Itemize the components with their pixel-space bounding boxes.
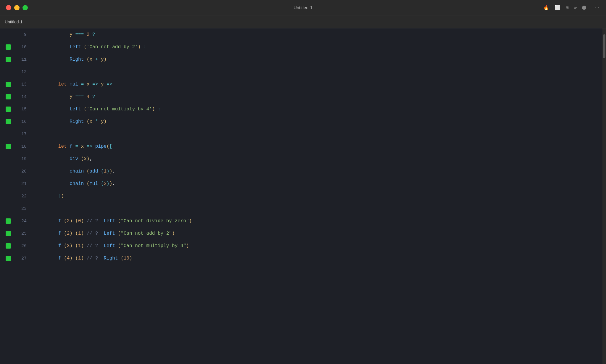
dot-27 [0, 256, 16, 261]
coverage-dot-25 [6, 231, 11, 236]
code-22: ]) [33, 188, 606, 204]
coverage-dot-16 [6, 119, 11, 124]
coverage-dot-24 [6, 218, 11, 224]
linenum-25: 25 [16, 231, 33, 236]
dot-14 [0, 94, 16, 99]
linenum-17: 17 [16, 132, 33, 137]
linenum-20: 20 [16, 169, 33, 174]
linenum-13: 13 [16, 82, 33, 87]
code-area[interactable]: 9 y === 2 ? 10 Left ('Can not add by 2')… [0, 28, 606, 364]
dot-13 [0, 82, 16, 87]
linenum-9: 9 [16, 32, 33, 37]
code-11: Right (x + y) [33, 51, 606, 67]
linenum-21: 21 [16, 181, 33, 186]
dot-15 [0, 107, 16, 112]
coverage-dot-26 [6, 243, 11, 249]
linenum-23: 23 [16, 206, 33, 211]
dot-26 [0, 243, 16, 249]
linenum-16: 16 [16, 119, 33, 124]
coverage-dot-13 [6, 82, 11, 87]
traffic-lights [6, 5, 28, 10]
tab-label[interactable]: Untitled-1 [5, 20, 22, 24]
linenum-11: 11 [16, 57, 33, 62]
dot-18 [0, 144, 16, 149]
linenum-12: 12 [16, 70, 33, 75]
scrollbar-thumb[interactable] [603, 34, 605, 58]
grid-icon[interactable]: ⊞ [566, 5, 569, 11]
line-16: 16 Right (x * y) [0, 115, 606, 128]
linenum-27: 27 [16, 256, 33, 261]
dot-16 [0, 119, 16, 124]
minimize-button[interactable] [14, 5, 20, 10]
dot-25 [0, 231, 16, 236]
layout-icon[interactable]: ⬜ [555, 5, 560, 11]
title-bar: Untitled-1 🔥 ⬜ ⊞ ▱ ··· [0, 0, 606, 15]
line-22: 22 ]) [0, 190, 606, 202]
linenum-18: 18 [16, 144, 33, 149]
linenum-26: 26 [16, 244, 33, 249]
line-11: 11 Right (x + y) [0, 53, 606, 66]
dot-24 [0, 218, 16, 224]
line-27: 27 f (4) (1) // ? Right (10) [0, 252, 606, 265]
coverage-dot-18 [6, 144, 11, 149]
code-27: f (4) (1) // ? Right (10) [33, 250, 606, 266]
code-16: Right (x * y) [33, 114, 606, 130]
linenum-14: 14 [16, 94, 33, 99]
linenum-19: 19 [16, 157, 33, 162]
editor: 9 y === 2 ? 10 Left ('Can not add by 2')… [0, 28, 606, 364]
status-circle [582, 6, 586, 10]
window-title: Untitled-1 [294, 5, 312, 10]
split-icon[interactable]: ▱ [574, 5, 577, 11]
more-icon[interactable]: ··· [592, 5, 600, 10]
coverage-dot-11 [6, 57, 11, 62]
tab-bar: Untitled-1 [0, 15, 606, 28]
linenum-10: 10 [16, 45, 33, 50]
flame-icon[interactable]: 🔥 [543, 5, 549, 11]
linenum-22: 22 [16, 194, 33, 199]
coverage-dot-14 [6, 94, 11, 99]
coverage-dot-15 [6, 107, 11, 112]
scrollbar[interactable] [602, 28, 606, 364]
title-actions: 🔥 ⬜ ⊞ ▱ ··· [543, 5, 600, 11]
linenum-15: 15 [16, 107, 33, 112]
close-button[interactable] [6, 5, 11, 10]
dot-11 [0, 57, 16, 62]
coverage-dot-10 [6, 44, 11, 50]
dot-10 [0, 44, 16, 50]
linenum-24: 24 [16, 219, 33, 224]
coverage-dot-27 [6, 256, 11, 261]
maximize-button[interactable] [22, 5, 28, 10]
